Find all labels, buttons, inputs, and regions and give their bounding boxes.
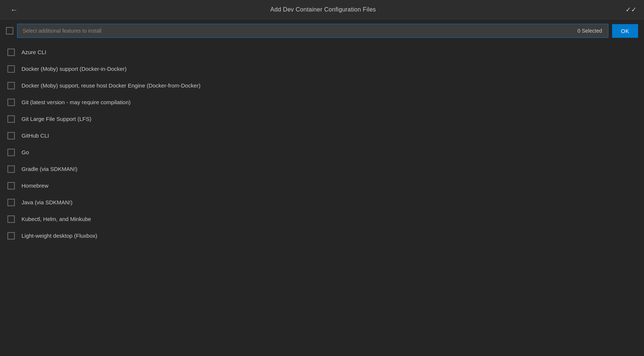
item-checkbox-docker-moby-dfd[interactable] xyxy=(7,82,15,89)
list-item[interactable]: Gradle (via SDKMAN!) xyxy=(0,161,644,177)
item-checkbox-lightweight-desktop[interactable] xyxy=(7,232,15,240)
list-item[interactable]: Docker (Moby) support, reuse host Docker… xyxy=(0,77,644,94)
item-checkbox-azure-cli[interactable] xyxy=(7,49,15,56)
list-item[interactable]: GitHub CLI xyxy=(0,127,644,144)
item-checkbox-homebrew[interactable] xyxy=(7,182,15,189)
item-label-java-sdkman: Java (via SDKMAN!) xyxy=(22,198,73,206)
ok-button[interactable]: OK xyxy=(612,24,638,38)
title-bar: ← Add Dev Container Configuration Files … xyxy=(0,0,644,19)
item-checkbox-java-sdkman[interactable] xyxy=(7,199,15,206)
confirm-all-icon[interactable]: ✓✓ xyxy=(625,6,637,14)
search-input-wrapper: 0 Selected xyxy=(17,24,608,38)
item-label-kubectl-helm-minikube: Kubectl, Helm, and Minkube xyxy=(22,215,91,223)
selected-count: 0 Selected xyxy=(572,28,608,34)
item-label-gradle-sdkman: Gradle (via SDKMAN!) xyxy=(22,165,77,173)
item-label-docker-moby-did: Docker (Moby) support (Docker-in-Docker) xyxy=(22,65,126,73)
list-item[interactable]: Light-weight desktop (Fluxbox) xyxy=(0,227,644,244)
item-checkbox-git-latest[interactable] xyxy=(7,99,15,106)
list-item[interactable]: Git Large File Support (LFS) xyxy=(0,111,644,127)
search-bar: 0 Selected OK xyxy=(0,19,644,42)
select-all-checkbox[interactable] xyxy=(6,27,13,34)
item-label-azure-cli: Azure CLI xyxy=(22,48,46,56)
item-label-git-lfs: Git Large File Support (LFS) xyxy=(22,115,91,123)
list-item[interactable]: Kubectl, Helm, and Minkube xyxy=(0,211,644,227)
item-checkbox-gradle-sdkman[interactable] xyxy=(7,165,15,173)
item-label-docker-moby-dfd: Docker (Moby) support, reuse host Docker… xyxy=(22,82,201,89)
page-title: Add Dev Container Configuration Files xyxy=(270,6,376,13)
item-checkbox-git-lfs[interactable] xyxy=(7,115,15,123)
item-label-github-cli: GitHub CLI xyxy=(22,132,49,139)
list-item[interactable]: Git (latest version - may require compil… xyxy=(0,94,644,111)
list-item[interactable]: Homebrew xyxy=(0,177,644,194)
list-item[interactable]: Azure CLI xyxy=(0,44,644,60)
item-checkbox-docker-moby-did[interactable] xyxy=(7,65,15,73)
list-item[interactable]: Java (via SDKMAN!) xyxy=(0,194,644,211)
app-container: ← Add Dev Container Configuration Files … xyxy=(0,0,644,356)
item-checkbox-github-cli[interactable] xyxy=(7,132,15,139)
search-input[interactable] xyxy=(17,24,572,37)
item-label-homebrew: Homebrew xyxy=(22,182,49,189)
back-button[interactable]: ← xyxy=(7,4,21,15)
list-item[interactable]: Docker (Moby) support (Docker-in-Docker) xyxy=(0,60,644,77)
item-label-git-latest: Git (latest version - may require compil… xyxy=(22,98,131,106)
item-checkbox-go[interactable] xyxy=(7,149,15,156)
item-label-go: Go xyxy=(22,148,29,156)
item-label-lightweight-desktop: Light-weight desktop (Fluxbox) xyxy=(22,232,97,240)
list-item[interactable]: Go xyxy=(0,144,644,161)
item-checkbox-kubectl-helm-minikube[interactable] xyxy=(7,215,15,223)
features-list: Azure CLIDocker (Moby) support (Docker-i… xyxy=(0,42,644,356)
